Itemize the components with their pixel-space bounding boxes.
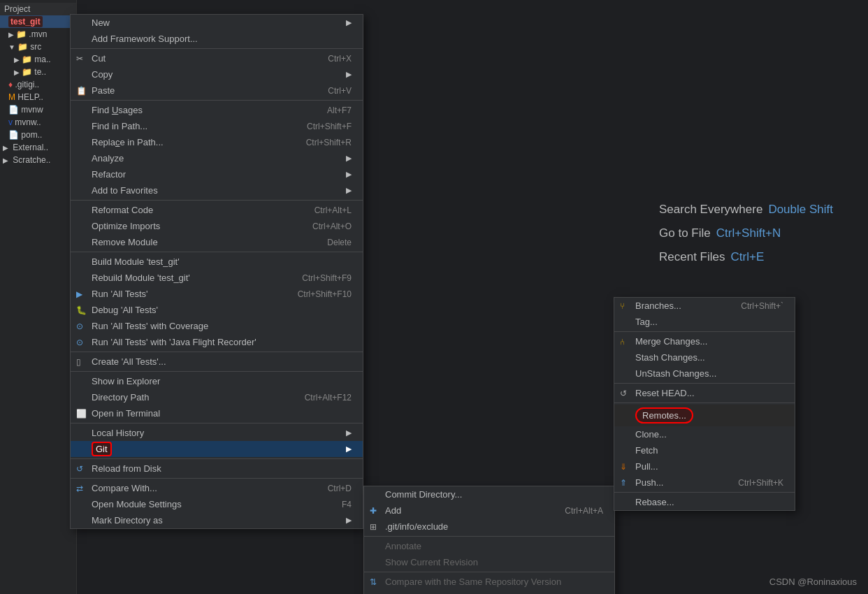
repo-fetch[interactable]: Fetch [614, 442, 795, 458]
tree-item-mvn[interactable]: ▶📁 .mvn [0, 28, 76, 41]
goto-file-tip: Go to File Ctrl+Shift+N [659, 226, 833, 240]
tree-item-src[interactable]: ▼📁 src [0, 41, 76, 53]
menu-item-optimize[interactable]: Optimize Imports Ctrl+Alt+O [71, 218, 363, 234]
search-everywhere-shortcut: Double Shift [768, 203, 833, 217]
menu-item-add-framework[interactable]: Add Framework Support... [71, 31, 363, 47]
menu-item-coverage[interactable]: ⊙ Run 'All Tests' with Coverage [71, 318, 363, 334]
menu-item-rebuild[interactable]: Rebuild Module 'test_git' Ctrl+Shift+F9 [71, 270, 363, 286]
tree-item-root[interactable]: test_git [0, 15, 76, 28]
git-compare-with[interactable]: Compare with... [364, 590, 614, 594]
git-annotate: Annotate [364, 538, 614, 554]
separator-4 [71, 252, 363, 252]
menu-item-paste[interactable]: 📋 Paste Ctrl+V [71, 82, 363, 99]
submenu-arrow: ▶ [346, 18, 352, 27]
repo-rebase[interactable]: Rebase... [614, 494, 795, 510]
menu-item-refactor[interactable]: Refactor ▶ [71, 166, 363, 182]
menu-item-git[interactable]: Git ▶ [71, 441, 363, 457]
menu-item-run[interactable]: ▶ Run 'All Tests' Ctrl+Shift+F10 [71, 286, 363, 302]
search-tips-panel: Search Everywhere Double Shift Go to Fil… [659, 203, 833, 274]
menu-item-jfr[interactable]: ⊙ Run 'All Tests' with 'Java Flight Reco… [71, 334, 363, 350]
refactor-arrow: ▶ [346, 170, 352, 179]
repo-clone[interactable]: Clone... [614, 426, 795, 442]
git-compare-same: ⇅ Compare with the Same Repository Versi… [364, 574, 614, 590]
debug-icon: 🐛 [76, 305, 87, 315]
recent-files-tip: Recent Files Ctrl+E [659, 250, 833, 264]
remotes-label: Remotes... [635, 407, 693, 423]
tree-item-scratches[interactable]: ▶ Scratche.. [0, 154, 76, 166]
menu-item-build[interactable]: Build Module 'test_git' [71, 254, 363, 270]
terminal-icon: ⬜ [76, 409, 87, 419]
menu-item-find-usages[interactable]: Find Usages Alt+F7 [71, 102, 363, 118]
git-submenu: Commit Directory... ✚ Add Ctrl+Alt+A ⊞ .… [363, 486, 615, 594]
repo-unstash[interactable]: UnStash Changes... [614, 365, 795, 382]
menu-item-debug[interactable]: 🐛 Debug 'All Tests' [71, 302, 363, 318]
tree-item-external[interactable]: ▶ External.. [0, 141, 76, 154]
compare2-icon: ⇅ [370, 577, 377, 587]
menu-item-compare[interactable]: ⇄ Compare With... Ctrl+D [71, 480, 363, 496]
project-panel-title: Project [0, 3, 76, 15]
menu-item-replace-path[interactable]: Replace in Path... Ctrl+Shift+R [71, 134, 363, 150]
git-exclude[interactable]: ⊞ .git/info/exclude [364, 519, 614, 535]
favorites-arrow: ▶ [346, 186, 352, 195]
tree-item-mvnw2[interactable]: v mvnw.. [0, 116, 76, 129]
menu-item-find-path[interactable]: Find in Path... Ctrl+Shift+F [71, 118, 363, 134]
compare-icon: ⇄ [76, 484, 83, 493]
search-everywhere-label: Search Everywhere [659, 203, 762, 217]
watermark: CSDN @Roninaxious [769, 577, 857, 587]
repo-push[interactable]: ⇑ Push... Ctrl+Shift+K [614, 475, 795, 491]
menu-item-copy[interactable]: Copy ▶ [71, 66, 363, 82]
recent-files-label: Recent Files [659, 250, 725, 264]
git-label: Git [92, 442, 112, 456]
repo-pull[interactable]: ⇓ Pull... [614, 458, 795, 475]
root-folder-label: test_git [8, 16, 43, 27]
run-icon: ▶ [76, 289, 82, 299]
menu-item-reformat[interactable]: Reformat Code Ctrl+Alt+L [71, 202, 363, 218]
goto-file-label: Go to File [659, 226, 711, 240]
reset-icon: ↺ [620, 389, 627, 398]
git-add[interactable]: ✚ Add Ctrl+Alt+A [364, 502, 614, 519]
repo-stash[interactable]: Stash Changes... [614, 349, 795, 365]
menu-item-favorites[interactable]: Add to Favorites ▶ [71, 182, 363, 198]
repo-remotes[interactable]: Remotes... [614, 405, 795, 426]
menu-item-terminal[interactable]: ⬜ Open in Terminal [71, 405, 363, 421]
tree-item-pom[interactable]: 📄 pom.. [0, 129, 76, 141]
repo-submenu: ⑂ Branches... Ctrl+Shift+` Tag... ⑃ Merg… [614, 297, 795, 511]
menu-item-create-tests[interactable]: ▯ Create 'All Tests'... [71, 354, 363, 370]
menu-item-mark-dir[interactable]: Mark Directory as ▶ [71, 512, 363, 528]
paste-icon: 📋 [76, 86, 87, 96]
push-icon: ⇑ [620, 478, 627, 488]
git-sep-1 [364, 536, 614, 537]
coverage-icon: ⊙ [76, 321, 83, 331]
pull-icon: ⇓ [620, 462, 627, 472]
cut-icon: ✂ [76, 54, 83, 64]
history-arrow: ▶ [346, 428, 352, 437]
separator-9 [71, 478, 363, 479]
repo-merge[interactable]: ⑃ Merge Changes... [614, 333, 795, 349]
menu-item-dir-path[interactable]: Directory Path Ctrl+Alt+F12 [71, 389, 363, 405]
git-arrow: ▶ [346, 444, 352, 454]
tree-item-help[interactable]: M HELP.. [0, 91, 76, 103]
git-exclude-icon: ⊞ [370, 522, 377, 532]
menu-item-module-settings[interactable]: Open Module Settings F4 [71, 496, 363, 512]
repo-reset-head[interactable]: ↺ Reset HEAD... [614, 385, 795, 401]
menu-item-remove-module[interactable]: Remove Module Delete [71, 234, 363, 250]
menu-item-local-history[interactable]: Local History ▶ [71, 425, 363, 441]
menu-item-reload[interactable]: ↺ Reload from Disk [71, 461, 363, 477]
menu-item-cut[interactable]: ✂ Cut Ctrl+X [71, 50, 363, 66]
separator-7 [71, 423, 363, 423]
repo-branches[interactable]: ⑂ Branches... Ctrl+Shift+` [614, 298, 795, 314]
menu-item-new[interactable]: New ▶ [71, 15, 363, 31]
tree-item-te[interactable]: ▶📁 te.. [0, 66, 76, 78]
tree-item-ma[interactable]: ▶📁 ma.. [0, 53, 76, 66]
jfr-icon: ⊙ [76, 338, 83, 347]
search-everywhere-tip: Search Everywhere Double Shift [659, 203, 833, 217]
separator-2 [71, 100, 363, 101]
repo-tag[interactable]: Tag... [614, 314, 795, 330]
separator-8 [71, 458, 363, 459]
reload-icon: ↺ [76, 464, 83, 474]
git-commit-dir[interactable]: Commit Directory... [364, 486, 614, 502]
menu-item-show-explorer[interactable]: Show in Explorer [71, 373, 363, 389]
tree-item-gitignore[interactable]: ♦ .gitigi.. [0, 78, 76, 91]
menu-item-analyze[interactable]: Analyze ▶ [71, 150, 363, 166]
tree-item-mvnw[interactable]: 📄 mvnw [0, 103, 76, 116]
